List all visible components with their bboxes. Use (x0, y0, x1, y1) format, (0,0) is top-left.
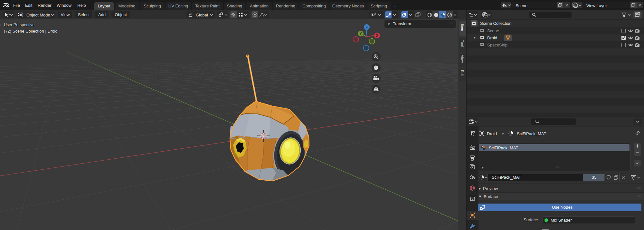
svg-text:X: X (376, 34, 378, 37)
svg-text:Y: Y (360, 32, 362, 35)
svg-text:Z: Z (366, 25, 368, 29)
